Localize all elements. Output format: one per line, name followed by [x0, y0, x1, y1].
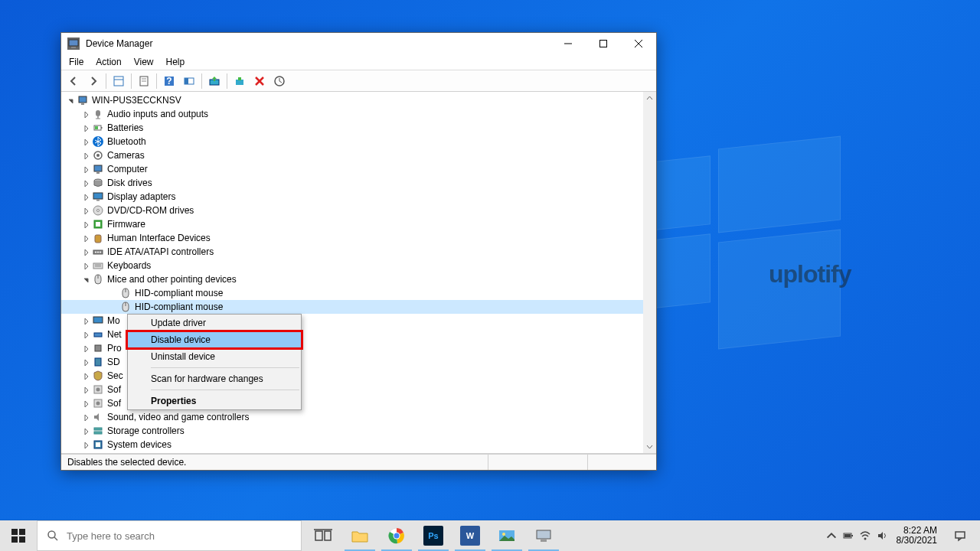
svg-point-75 [394, 533, 400, 539]
expander-icon[interactable] [80, 180, 92, 187]
tree-category[interactable]: System devices [61, 438, 656, 452]
menu-file[interactable]: File [63, 55, 90, 69]
tree-category[interactable]: Display adapters [61, 190, 656, 204]
help-button[interactable]: ? [160, 72, 178, 90]
tray-volume-icon[interactable] [874, 520, 890, 551]
tree-device-mouse[interactable]: HID-compliant mouse [61, 300, 656, 314]
expander-icon[interactable] [80, 373, 92, 380]
scan-button[interactable] [180, 72, 198, 90]
tray-wifi-icon[interactable] [857, 520, 874, 551]
taskbar-photos[interactable] [488, 520, 525, 551]
expander-icon[interactable] [80, 345, 92, 352]
taskbar-device-manager[interactable] [525, 520, 562, 551]
mouse-icon [119, 287, 132, 299]
titlebar[interactable]: Device Manager [61, 33, 656, 54]
expander-icon[interactable] [80, 139, 92, 145]
forward-button[interactable] [84, 72, 103, 90]
taskbar-chrome[interactable] [378, 520, 415, 551]
ctx-properties[interactable]: Properties [128, 393, 301, 409]
expander-icon[interactable] [80, 249, 92, 256]
uninstall-device-button[interactable] [270, 72, 289, 90]
expander-icon[interactable] [64, 97, 77, 104]
tree-category[interactable]: Bluetooth [61, 135, 656, 148]
maximize-button[interactable] [586, 33, 621, 54]
disable-device-button[interactable] [250, 72, 269, 90]
expander-icon[interactable] [80, 166, 92, 173]
clock-date: 8/30/2021 [897, 536, 937, 546]
expander-icon[interactable] [80, 207, 92, 214]
expander-icon[interactable] [80, 386, 92, 393]
svg-rect-22 [96, 110, 100, 116]
properties-button[interactable] [135, 72, 153, 90]
task-view-button[interactable] [305, 520, 341, 551]
svg-rect-26 [101, 127, 103, 129]
expander-icon[interactable] [80, 111, 92, 118]
show-hide-tree-button[interactable] [109, 72, 128, 90]
ctx-uninstall-device[interactable]: Uninstall device [128, 348, 301, 365]
expander-icon[interactable] [80, 125, 92, 132]
scroll-down-icon[interactable] [643, 440, 656, 453]
ctx-scan-hardware[interactable]: Scan for hardware changes [128, 370, 301, 387]
expander-icon[interactable] [80, 194, 92, 201]
svg-point-56 [96, 388, 100, 392]
scrollbar[interactable] [643, 92, 656, 453]
svg-rect-81 [851, 535, 853, 536]
menu-help[interactable]: Help [160, 55, 191, 69]
taskbar-photoshop[interactable]: Ps [415, 520, 452, 551]
svg-rect-1 [71, 47, 76, 48]
expander-icon[interactable] [80, 318, 92, 324]
tree-device-mouse[interactable]: HID-compliant mouse [61, 286, 656, 300]
category-label: Sof [107, 398, 121, 409]
search-input[interactable] [67, 530, 292, 542]
tree-category[interactable]: IDE ATA/ATAPI controllers [61, 245, 656, 259]
scroll-up-icon[interactable] [643, 92, 656, 105]
enable-device-button[interactable] [230, 72, 249, 90]
expander-icon[interactable] [80, 262, 92, 269]
tray-show-hidden-icon[interactable] [823, 520, 840, 551]
tree-category[interactable]: Batteries [61, 121, 656, 135]
menu-action[interactable]: Action [90, 55, 127, 69]
tree-category[interactable]: Cameras [61, 148, 656, 162]
tree-category-mice[interactable]: Mice and other pointing devices [61, 272, 656, 286]
expander-icon[interactable] [80, 331, 92, 338]
tree-category[interactable]: Keyboards [61, 259, 656, 272]
search-box[interactable] [37, 520, 302, 551]
expander-icon[interactable] [80, 414, 92, 421]
tree-root[interactable]: WIN-PUS3ECCKNSV [61, 93, 656, 107]
back-button[interactable] [64, 72, 83, 90]
tree-category[interactable]: Human Interface Devices [61, 231, 656, 245]
expander-icon[interactable] [80, 442, 92, 448]
soft-icon [92, 397, 104, 409]
svg-rect-63 [11, 529, 18, 535]
ctx-disable-device[interactable]: Disable device [128, 331, 301, 348]
action-center-button[interactable] [943, 520, 977, 551]
category-label: Storage controllers [107, 425, 185, 436]
tree-category[interactable]: Computer [61, 162, 656, 176]
tree-category[interactable]: DVD/CD-ROM drives [61, 204, 656, 217]
ctx-update-driver[interactable]: Update driver [128, 315, 301, 331]
menu-view[interactable]: View [128, 55, 160, 69]
tray-battery-icon[interactable] [840, 520, 857, 551]
expander-icon[interactable] [80, 400, 92, 407]
expander-icon[interactable] [80, 276, 92, 283]
svg-rect-52 [94, 333, 102, 337]
tree-category[interactable]: Disk drives [61, 176, 656, 190]
expander-icon[interactable] [80, 221, 92, 228]
close-button[interactable] [621, 33, 656, 54]
expander-icon[interactable] [80, 428, 92, 435]
start-button[interactable] [0, 520, 37, 551]
expander-icon[interactable] [80, 152, 92, 159]
taskbar-clock[interactable]: 8:22 AM 8/30/2021 [890, 526, 943, 546]
expander-icon[interactable] [80, 235, 92, 242]
tree-category[interactable]: Storage controllers [61, 424, 656, 438]
update-driver-button[interactable] [205, 72, 224, 90]
tree-category[interactable]: Sound, video and game controllers [61, 410, 656, 424]
taskbar-file-explorer[interactable] [341, 520, 378, 551]
taskbar-word[interactable]: W [452, 520, 488, 551]
expander-icon[interactable] [80, 359, 92, 366]
category-label: Cameras [107, 150, 145, 161]
tree-category[interactable]: Audio inputs and outputs [61, 107, 656, 121]
tree-category[interactable]: Firmware [61, 217, 656, 231]
svg-rect-64 [19, 529, 25, 535]
minimize-button[interactable] [550, 33, 586, 54]
